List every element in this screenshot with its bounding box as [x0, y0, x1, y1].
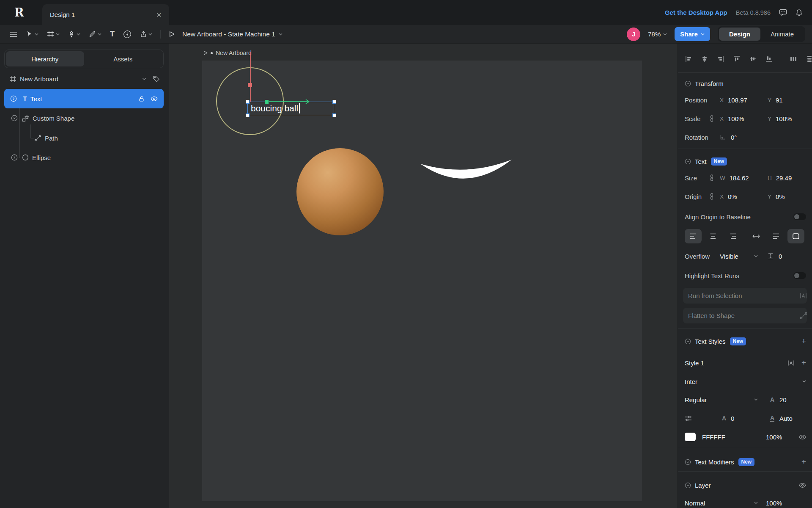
run-from-selection-button[interactable]: Run from Selection: [683, 288, 807, 304]
align-vertical-center-icon[interactable]: [749, 55, 757, 63]
chevron-down-icon[interactable]: [56, 33, 60, 36]
letter-spacing-input[interactable]: 0: [731, 415, 734, 422]
align-bottom-icon[interactable]: [765, 55, 773, 63]
distribute-horizontal-icon[interactable]: [790, 55, 797, 63]
origin-y-input[interactable]: 0%: [776, 193, 785, 200]
link-scale-icon[interactable]: [709, 115, 714, 122]
artboard-state-machine-menu[interactable]: New Artboard - State Machine 1: [182, 30, 283, 38]
text-width-input[interactable]: 184.62: [730, 174, 749, 182]
style-run-icon[interactable]: [787, 360, 795, 366]
collapse-chevron-icon[interactable]: [685, 459, 691, 465]
animate-mode-button[interactable]: Animate: [760, 28, 804, 41]
color-visibility-eye-icon[interactable]: [799, 434, 806, 440]
collapse-chevron-icon[interactable]: [685, 482, 691, 489]
origin-red-handle[interactable]: [248, 83, 252, 87]
chevron-down-icon[interactable]: [754, 398, 758, 401]
tab-hierarchy[interactable]: Hierarchy: [6, 51, 84, 66]
variable-axes-icon[interactable]: [685, 415, 692, 422]
export-tool[interactable]: [137, 27, 155, 41]
selection-handle-bottom-left[interactable]: [246, 113, 250, 117]
tree-item-new-artboard[interactable]: New Artboard: [0, 69, 169, 88]
artboard-label-row[interactable]: New Artboard: [203, 50, 252, 56]
style-name[interactable]: Style 1: [685, 359, 704, 367]
chevron-down-icon[interactable]: [148, 33, 152, 36]
text-section-header[interactable]: Text New: [685, 155, 806, 168]
color-opacity-input[interactable]: 100%: [766, 433, 782, 441]
align-left-icon[interactable]: [685, 55, 692, 63]
selection-handle-top-left[interactable]: [246, 100, 250, 104]
ellipse-shape[interactable]: [296, 148, 384, 235]
collapse-chevron-icon[interactable]: [685, 158, 691, 165]
line-height-input[interactable]: Auto: [779, 415, 793, 422]
text-modifiers-section-header[interactable]: Text Modifiers New +: [685, 455, 806, 469]
draw-tool[interactable]: [86, 27, 104, 41]
transform-section-header[interactable]: Transform: [685, 77, 806, 90]
select-tool[interactable]: [23, 27, 41, 41]
pen-tool[interactable]: [65, 27, 83, 41]
tree-item-path[interactable]: Path: [0, 128, 169, 148]
position-x-input[interactable]: 108.97: [728, 97, 747, 104]
chevron-down-icon[interactable]: [754, 502, 758, 504]
notifications-bell-icon[interactable]: [796, 9, 803, 17]
canvas-text-editing[interactable]: boucing ball: [251, 103, 300, 113]
text-align-left-button[interactable]: [685, 229, 702, 243]
font-weight-dropdown[interactable]: Regular: [685, 396, 707, 403]
eye-icon[interactable]: [151, 96, 158, 102]
tree-item-ellipse[interactable]: Ellipse: [0, 148, 169, 167]
align-horizontal-center-icon[interactable]: [701, 55, 708, 63]
zoom-control[interactable]: 78%: [648, 30, 667, 38]
design-mode-button[interactable]: Design: [719, 28, 760, 41]
font-size-input[interactable]: 20: [779, 396, 787, 403]
layer-visibility-eye-icon[interactable]: [799, 483, 806, 488]
link-size-icon[interactable]: [709, 174, 714, 181]
artboard-name-label[interactable]: New Artboard: [216, 50, 252, 56]
disclosure-chevron-down-icon[interactable]: [11, 115, 18, 121]
flatten-to-shape-button[interactable]: Flatten to Shape: [683, 308, 807, 323]
text-width-auto-button[interactable]: [748, 229, 765, 243]
chevron-down-icon[interactable]: [754, 255, 758, 257]
align-origin-toggle[interactable]: [793, 213, 806, 220]
font-family-dropdown[interactable]: Inter: [685, 375, 806, 388]
selection-handle-bottom-right[interactable]: [332, 113, 336, 117]
text-align-center-button[interactable]: [705, 229, 721, 243]
artboard-tool[interactable]: [44, 27, 63, 41]
lock-open-icon[interactable]: [138, 96, 145, 102]
canvas-stage[interactable]: New Artboard boucing ball: [169, 44, 678, 508]
position-y-input[interactable]: 91: [776, 97, 783, 104]
highlight-toggle[interactable]: [793, 272, 806, 279]
color-swatch[interactable]: [685, 433, 696, 441]
play-state-machine-icon[interactable]: [203, 50, 208, 55]
selection-handle-top-right[interactable]: [332, 100, 336, 104]
hamburger-menu-icon[interactable]: [7, 27, 20, 41]
blend-mode-dropdown[interactable]: Normal: [685, 500, 705, 507]
scale-y-input[interactable]: 100%: [776, 115, 792, 122]
rotation-input[interactable]: 0°: [731, 134, 737, 141]
add-text-modifier-button[interactable]: +: [801, 457, 806, 467]
origin-x-input[interactable]: 0%: [728, 193, 737, 200]
get-desktop-app-link[interactable]: Get the Desktop App: [665, 9, 727, 16]
distribute-vertical-icon[interactable]: [806, 55, 812, 63]
layer-section-header[interactable]: Layer: [685, 478, 806, 492]
collapse-chevron-icon[interactable]: [685, 80, 691, 87]
chevron-down-icon[interactable]: [98, 33, 102, 36]
align-top-icon[interactable]: [733, 55, 741, 63]
disclosure-chevron-right-icon[interactable]: [11, 154, 18, 161]
text-height-input[interactable]: 29.49: [776, 174, 792, 182]
layer-opacity-input[interactable]: 100%: [766, 500, 782, 507]
text-tool[interactable]: T: [107, 27, 118, 41]
add-text-style-button[interactable]: +: [801, 337, 806, 346]
text-height-auto-button[interactable]: [768, 229, 785, 243]
tab-assets[interactable]: Assets: [84, 51, 162, 66]
disclosure-chevron-right-icon[interactable]: [10, 95, 17, 102]
scale-x-input[interactable]: 100%: [728, 115, 744, 122]
rive-logo[interactable]: R: [0, 0, 42, 25]
add-style-run-button[interactable]: +: [801, 358, 806, 367]
text-styles-section-header[interactable]: Text Styles New +: [685, 334, 806, 348]
tab-design-1[interactable]: Design 1 ×: [42, 4, 169, 25]
tree-item-text[interactable]: T Text: [4, 89, 164, 108]
play-button[interactable]: [166, 27, 178, 41]
feedback-icon[interactable]: [779, 9, 787, 16]
user-avatar[interactable]: J: [627, 28, 640, 41]
tree-item-custom-shape[interactable]: Custom Shape: [0, 108, 169, 128]
text-fixed-box-button[interactable]: [787, 229, 804, 243]
